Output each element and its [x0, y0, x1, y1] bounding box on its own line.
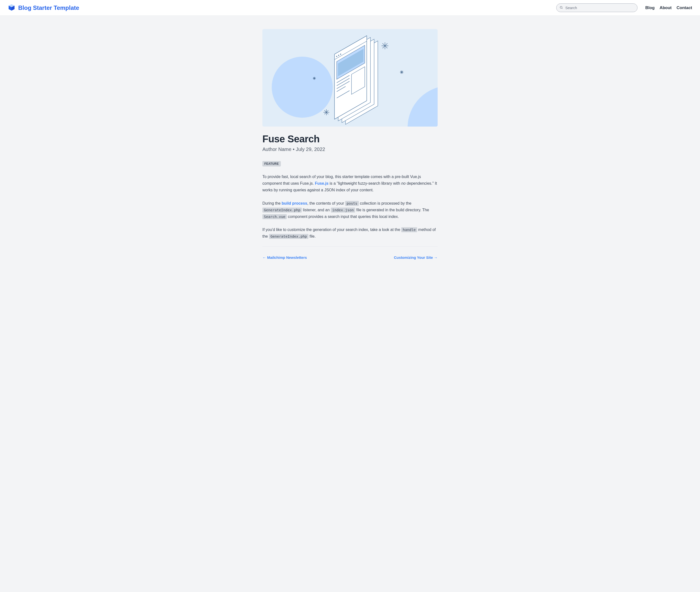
- nav-link-contact[interactable]: Contact: [677, 5, 692, 10]
- paragraph-2: During the build process, the contents o…: [262, 200, 438, 220]
- cube-logo-icon: [8, 4, 15, 12]
- svg-point-6: [272, 57, 333, 118]
- svg-point-30: [338, 55, 339, 56]
- prev-post-link[interactable]: ← Mailchimp Newsletters: [262, 255, 307, 259]
- post-meta: Author Name • July 29, 2022: [262, 147, 438, 152]
- paragraph-3: If you'd like to customize the generatio…: [262, 226, 438, 240]
- brand-title: Blog Starter Template: [18, 4, 79, 11]
- code-handle: handle: [401, 227, 417, 232]
- top-nav: Blog About Contact: [645, 5, 692, 10]
- nav-link-about[interactable]: About: [660, 5, 672, 10]
- link-build-process[interactable]: build process: [281, 201, 307, 205]
- link-fuse-js[interactable]: Fuse.js: [315, 181, 328, 186]
- header: Blog Starter Template Blog About Contact: [0, 0, 700, 16]
- tag-feature[interactable]: FEATURE: [262, 161, 281, 166]
- code-generate-index-php: GenerateIndex.php: [262, 208, 302, 212]
- separator: [262, 246, 438, 247]
- next-post-link[interactable]: Customizing Your Site →: [394, 255, 438, 259]
- svg-point-31: [340, 54, 341, 55]
- code-search-vue: Search.vue: [262, 214, 287, 219]
- hero-illustration: [262, 29, 438, 127]
- brand-link[interactable]: Blog Starter Template: [8, 4, 79, 12]
- svg-point-29: [336, 56, 337, 57]
- paragraph-1: To provide fast, local search of your bl…: [262, 174, 438, 194]
- search-input[interactable]: [556, 3, 638, 12]
- post-title: Fuse Search: [262, 134, 438, 145]
- search-wrap: [556, 3, 638, 12]
- code-index-json: index.json: [331, 208, 355, 212]
- post-nav: ← Mailchimp Newsletters Customizing Your…: [262, 255, 438, 259]
- main-content: Fuse Search Author Name • July 29, 2022 …: [262, 16, 438, 274]
- code-generate-index-php-2: GenerateIndex.php: [269, 234, 308, 239]
- nav-link-blog[interactable]: Blog: [645, 5, 655, 10]
- post-body: To provide fast, local search of your bl…: [262, 174, 438, 240]
- code-posts: posts: [345, 201, 359, 206]
